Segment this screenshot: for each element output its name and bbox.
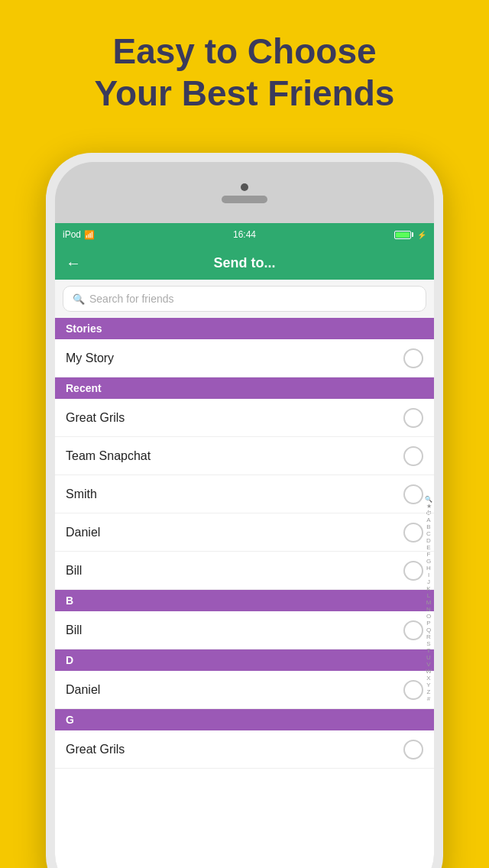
alpha-char-u[interactable]: U — [426, 655, 431, 661]
list-item[interactable]: Bill — [55, 611, 434, 649]
screen: iPod 📶 16:44 ⚡ ← Send to... 🔍 — [55, 223, 434, 868]
alpha-char-k[interactable]: K — [426, 586, 430, 592]
select-circle[interactable] — [403, 740, 423, 760]
nav-title: Send to... — [214, 255, 276, 271]
status-bar: iPod 📶 16:44 ⚡ — [55, 223, 434, 246]
alpha-char-d[interactable]: D — [426, 538, 431, 544]
alpha-char-m[interactable]: M — [426, 600, 432, 606]
search-icon: 🔍 — [73, 293, 85, 305]
alpha-char-b[interactable]: B — [426, 524, 430, 530]
back-button[interactable]: ← — [66, 254, 81, 272]
select-circle[interactable] — [403, 561, 423, 581]
item-name: Bill — [66, 623, 82, 637]
item-name: Great Grils — [66, 411, 125, 425]
bolt-icon: ⚡ — [417, 231, 426, 239]
select-circle[interactable] — [403, 348, 423, 368]
item-name: Daniel — [66, 526, 100, 539]
alpha-char-🔍[interactable]: 🔍 — [425, 497, 432, 503]
select-circle[interactable] — [403, 446, 423, 466]
section-header-recent: Recent — [55, 377, 434, 399]
select-circle[interactable] — [403, 484, 423, 504]
alpha-char-n[interactable]: N — [426, 607, 431, 613]
item-name: Team Snapchat — [66, 449, 151, 463]
alpha-char-o[interactable]: O — [426, 614, 431, 620]
alpha-char-f[interactable]: F — [427, 552, 431, 558]
section-header-d: D — [55, 649, 434, 671]
alpha-char-p[interactable]: P — [426, 620, 430, 627]
alpha-char-y[interactable]: Y — [426, 682, 430, 688]
device-label: iPod — [63, 229, 81, 240]
alpha-char-a[interactable]: A — [426, 517, 430, 523]
section-header-b: B — [55, 590, 434, 611]
item-name: Smith — [66, 487, 97, 501]
wifi-icon: 📶 — [84, 230, 95, 240]
section-header-g: G — [55, 709, 434, 730]
alpha-char-★[interactable]: ★ — [426, 504, 432, 510]
alpha-char-z[interactable]: Z — [427, 689, 431, 695]
alpha-char-c[interactable]: C — [426, 531, 431, 537]
select-circle[interactable] — [403, 408, 423, 428]
select-circle[interactable] — [403, 680, 423, 700]
item-name: Great Grils — [66, 743, 125, 756]
list-item[interactable]: Team Snapchat — [55, 437, 434, 475]
item-name: Bill — [66, 564, 82, 578]
alpha-char-w[interactable]: W — [426, 669, 432, 675]
phone-shell: iPod 📶 16:44 ⚡ ← Send to... 🔍 — [46, 153, 443, 868]
list-content: Stories My Story Recent Great Grils Team… — [55, 318, 434, 868]
list-item[interactable]: Great Grils — [55, 730, 434, 769]
alpha-char-⏱[interactable]: ⏱ — [426, 510, 432, 517]
status-left: iPod 📶 — [63, 229, 95, 240]
select-circle[interactable] — [403, 620, 423, 640]
alpha-char-l[interactable]: L — [427, 593, 430, 599]
list-item[interactable]: Great Grils — [55, 399, 434, 437]
select-circle[interactable] — [403, 523, 423, 542]
alpha-char-r[interactable]: R — [426, 634, 431, 640]
alpha-char-q[interactable]: Q — [426, 627, 431, 633]
camera-dot — [241, 183, 248, 191]
alpha-scroll[interactable]: 🔍★⏱ABCDEFGHIJKLMNOPQRSTUVWXYZ# — [425, 306, 432, 868]
list-item[interactable]: Smith — [55, 475, 434, 513]
item-name: Daniel — [66, 683, 100, 697]
alpha-char-s[interactable]: S — [426, 641, 430, 647]
alpha-char-i[interactable]: I — [428, 572, 429, 578]
alpha-char-x[interactable]: X — [426, 675, 430, 682]
battery-icon — [394, 231, 411, 239]
status-right: ⚡ — [394, 231, 426, 239]
list-item[interactable]: My Story — [55, 339, 434, 377]
search-placeholder: Search for friends — [89, 293, 174, 305]
alpha-char-#[interactable]: # — [427, 696, 430, 702]
speaker-grill — [222, 196, 267, 203]
list-item[interactable]: Daniel — [55, 671, 434, 709]
alpha-char-h[interactable]: H — [426, 565, 431, 572]
alpha-char-v[interactable]: V — [426, 662, 430, 668]
page-title: Easy to Choose Your Best Friends — [0, 0, 489, 138]
list-item[interactable]: Daniel — [55, 513, 434, 552]
phone-top-details — [222, 183, 267, 203]
list-item[interactable]: Bill — [55, 552, 434, 590]
alpha-char-j[interactable]: J — [427, 579, 430, 585]
phone-inner: iPod 📶 16:44 ⚡ ← Send to... 🔍 — [55, 162, 434, 868]
nav-bar: ← Send to... — [55, 246, 434, 280]
alpha-char-t[interactable]: T — [427, 648, 431, 654]
search-bar-container: 🔍 Search for friends — [55, 280, 434, 318]
status-time: 16:44 — [233, 229, 256, 240]
alpha-char-g[interactable]: G — [426, 559, 431, 565]
item-name: My Story — [66, 351, 114, 365]
search-input[interactable]: 🔍 Search for friends — [63, 286, 426, 312]
section-header-stories: Stories — [55, 318, 434, 339]
alpha-char-e[interactable]: E — [426, 545, 430, 551]
